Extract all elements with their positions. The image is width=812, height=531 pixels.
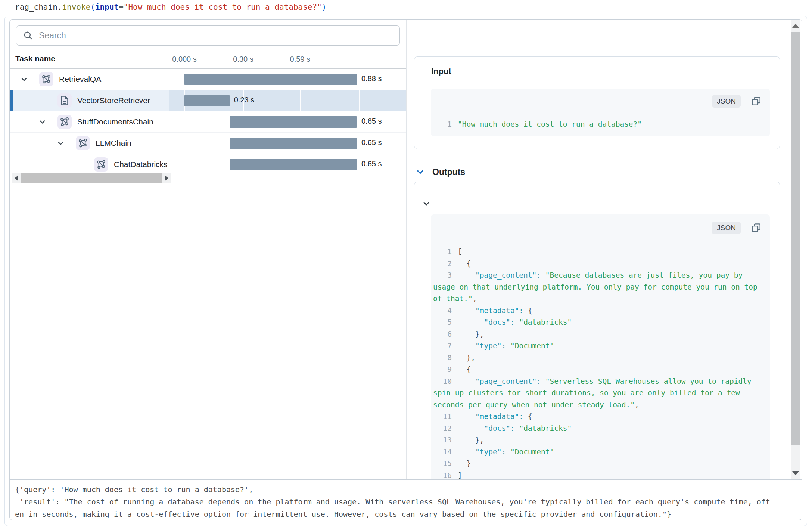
result-output-block: {'query': 'How much does it cost to run … bbox=[10, 479, 802, 520]
code-token: of that." bbox=[433, 293, 473, 305]
code-token: }, bbox=[458, 434, 484, 446]
line-number: 12 bbox=[431, 423, 452, 435]
code-token bbox=[458, 305, 475, 317]
code-line: 4 "metadata": { bbox=[431, 305, 770, 317]
code-token bbox=[458, 340, 475, 352]
code-token: "page_content": bbox=[475, 269, 541, 281]
code-token bbox=[458, 269, 475, 281]
duration-label: 0.65 s bbox=[361, 117, 382, 126]
task-row-content: StuffDocumentsChain bbox=[10, 111, 197, 132]
code-token bbox=[506, 446, 510, 458]
code-line: 14 "type": "Document" bbox=[431, 446, 770, 458]
task-name-header: Task name bbox=[15, 54, 55, 63]
scroll-down-arrow[interactable] bbox=[791, 467, 800, 479]
copy-icon bbox=[751, 223, 761, 233]
output-card: JSON 1[2 {3 "page_content": "Because dat… bbox=[414, 182, 780, 479]
task-row-content: ChatDatabricks bbox=[10, 154, 234, 175]
output-code-header: JSON bbox=[431, 214, 770, 241]
code-token: , bbox=[635, 399, 639, 411]
chevron-down-icon[interactable] bbox=[56, 140, 65, 147]
code-token: { bbox=[523, 411, 532, 423]
output-code-block: JSON 1[2 {3 "page_content": "Because dat… bbox=[431, 214, 770, 479]
search-icon bbox=[23, 31, 33, 40]
code-line: 7 "type": "Document" bbox=[431, 340, 770, 352]
code-wrap-line: of that.", bbox=[431, 293, 770, 305]
line-number: 10 bbox=[431, 376, 452, 388]
scroll-right-arrow[interactable] bbox=[162, 173, 171, 183]
code-token bbox=[515, 423, 519, 435]
json-format-badge[interactable]: JSON bbox=[712, 222, 741, 234]
code-token: spin up clusters for short durations, so… bbox=[433, 387, 740, 399]
line-number: 15 bbox=[431, 458, 452, 470]
code-token bbox=[458, 446, 475, 458]
chevron-down-icon[interactable] bbox=[416, 168, 424, 176]
code-token: { bbox=[458, 364, 471, 376]
tree-header: Task name 0.000 s0.30 s0.59 s bbox=[10, 50, 406, 69]
scroll-up-arrow[interactable] bbox=[791, 20, 800, 31]
chain-icon bbox=[94, 157, 108, 172]
line-number: 2 bbox=[431, 258, 452, 270]
copy-icon bbox=[751, 96, 761, 106]
input-card: Input JSON 1"How much does it cost to ru… bbox=[414, 56, 780, 149]
code-line: 1[ bbox=[431, 246, 770, 258]
line-number: 6 bbox=[431, 328, 452, 340]
task-row-vectorstoreretriever[interactable]: VectorStoreRetriever0.23 s bbox=[10, 90, 406, 111]
notebook-cell-output: rag_chain.invoke(input="How much does it… bbox=[0, 0, 812, 531]
task-row-llmchain[interactable]: LLMChain0.65 s bbox=[10, 133, 406, 154]
task-label: LLMChain bbox=[96, 139, 131, 148]
vertical-scrollbar[interactable] bbox=[791, 20, 800, 479]
input-code-block: JSON 1"How much does it cost to run a da… bbox=[431, 89, 770, 136]
code-line: 3 "page_content": "Because databases are… bbox=[431, 269, 770, 281]
code-segment: input bbox=[95, 3, 119, 12]
code-token: { bbox=[458, 258, 471, 270]
code-token bbox=[541, 376, 545, 388]
task-tree-pane: Task name 0.000 s0.30 s0.59 s RetrievalQ… bbox=[10, 20, 407, 479]
input-label: Input bbox=[431, 67, 451, 76]
chevron-down-icon[interactable] bbox=[38, 118, 47, 126]
task-row-retrievalqa[interactable]: RetrievalQA0.88 s bbox=[10, 69, 406, 90]
copy-button[interactable] bbox=[751, 96, 761, 106]
task-label: ChatDatabricks bbox=[114, 160, 168, 169]
duration-bar bbox=[230, 138, 357, 149]
code-line: 5 "docs": "databricks" bbox=[431, 317, 770, 328]
code-line: 2 { bbox=[431, 258, 770, 270]
code-token: "databricks" bbox=[519, 317, 572, 328]
result-text: {'query': 'How much does it cost to run … bbox=[10, 480, 802, 520]
code-line: 12 "docs": "databricks" bbox=[431, 423, 770, 435]
outputs-section-header[interactable]: Outputs bbox=[416, 167, 465, 177]
json-format-badge[interactable]: JSON bbox=[712, 95, 741, 108]
code-token bbox=[458, 317, 484, 328]
code-wrap-line: usage on that underlying platform. You o… bbox=[431, 281, 770, 293]
outputs-title: Outputs bbox=[432, 167, 465, 177]
scrollbar-thumb[interactable] bbox=[21, 173, 162, 183]
horizontal-scrollbar[interactable] bbox=[12, 173, 171, 183]
code-token: "How much does it cost to run a database… bbox=[458, 118, 642, 130]
scroll-left-arrow[interactable] bbox=[12, 173, 21, 183]
code-line: 15 } bbox=[431, 458, 770, 470]
code-segment: rag_chain. bbox=[15, 3, 62, 12]
code-segment: ) bbox=[322, 3, 327, 12]
line-number: 13 bbox=[431, 434, 452, 446]
time-axis-tick: 0.30 s bbox=[233, 55, 253, 64]
code-token bbox=[458, 423, 484, 435]
scrollbar-thumb[interactable] bbox=[791, 32, 800, 445]
duration-bar bbox=[230, 116, 357, 128]
task-row-chatdatabricks[interactable]: ChatDatabricks0.65 s bbox=[10, 154, 406, 175]
code-token bbox=[458, 376, 475, 388]
chevron-down-icon[interactable] bbox=[423, 200, 430, 207]
line-number: 3 bbox=[431, 269, 452, 281]
search-input[interactable] bbox=[38, 30, 399, 41]
chevron-down-icon[interactable] bbox=[19, 76, 28, 83]
copy-button[interactable] bbox=[751, 223, 761, 233]
code-line: 1"How much does it cost to run a databas… bbox=[431, 118, 770, 130]
code-token: "Document" bbox=[510, 340, 554, 352]
search-box[interactable] bbox=[16, 25, 400, 46]
trace-widget: Task name 0.000 s0.30 s0.59 s RetrievalQ… bbox=[9, 19, 802, 520]
line-number: 7 bbox=[431, 340, 452, 352]
code-token: "Document" bbox=[510, 446, 554, 458]
code-wrap-line: seconds per query when not under steady … bbox=[431, 399, 770, 411]
line-number: 8 bbox=[431, 352, 452, 364]
code-token: "docs": bbox=[484, 423, 514, 435]
task-row-stuffdocumentschain[interactable]: StuffDocumentsChain0.65 s bbox=[10, 111, 406, 133]
line-number: 11 bbox=[431, 411, 452, 423]
